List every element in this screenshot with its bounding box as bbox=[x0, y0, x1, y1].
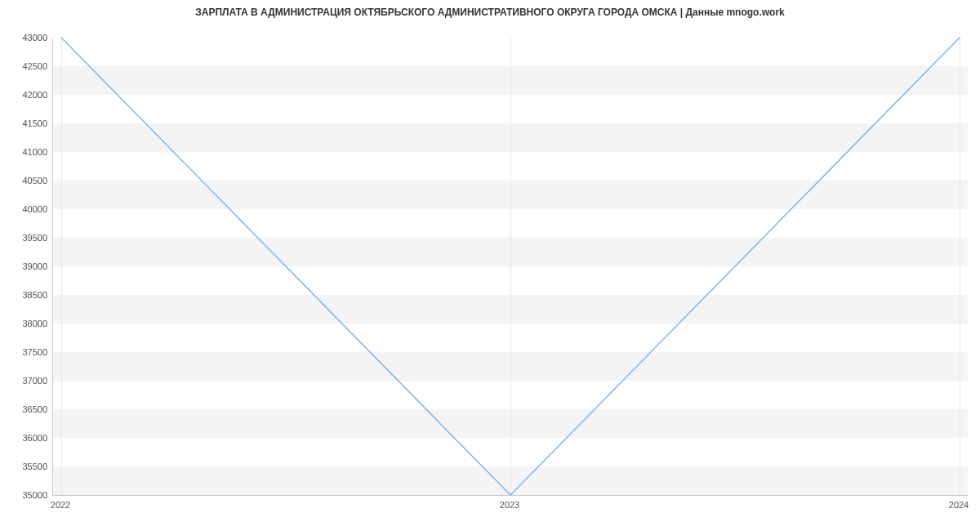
y-tick-label: 36500 bbox=[7, 404, 47, 414]
y-tick-label: 36000 bbox=[7, 433, 47, 443]
x-tick-label: 2022 bbox=[51, 500, 70, 510]
y-tick-label: 39000 bbox=[7, 261, 47, 271]
y-tick-label: 39500 bbox=[7, 233, 47, 243]
y-tick-label: 41500 bbox=[7, 118, 47, 128]
y-tick-label: 43000 bbox=[7, 33, 47, 42]
chart-title: ЗАРПЛАТА В АДМИНИСТРАЦИЯ ОКТЯБРЬСКОГО АД… bbox=[0, 7, 980, 18]
series-line bbox=[61, 38, 960, 495]
y-tick-label: 38000 bbox=[7, 319, 47, 328]
y-tick-label: 42500 bbox=[7, 61, 47, 71]
y-tick-label: 35500 bbox=[7, 462, 47, 471]
y-tick-label: 42000 bbox=[7, 90, 47, 100]
y-tick-label: 40500 bbox=[7, 176, 47, 185]
y-tick-label: 37000 bbox=[7, 376, 47, 386]
y-tick-label: 35000 bbox=[7, 490, 47, 500]
y-tick-label: 37500 bbox=[7, 347, 47, 357]
y-tick-label: 38500 bbox=[7, 290, 47, 300]
chart-line-layer bbox=[53, 38, 968, 495]
y-tick-label: 40000 bbox=[7, 204, 47, 214]
x-tick-label: 2024 bbox=[949, 500, 969, 510]
plot-area bbox=[52, 38, 968, 496]
y-tick-label: 41000 bbox=[7, 147, 47, 157]
x-tick-label: 2023 bbox=[500, 500, 519, 510]
chart-container: ЗАРПЛАТА В АДМИНИСТРАЦИЯ ОКТЯБРЬСКОГО АД… bbox=[0, 0, 980, 531]
